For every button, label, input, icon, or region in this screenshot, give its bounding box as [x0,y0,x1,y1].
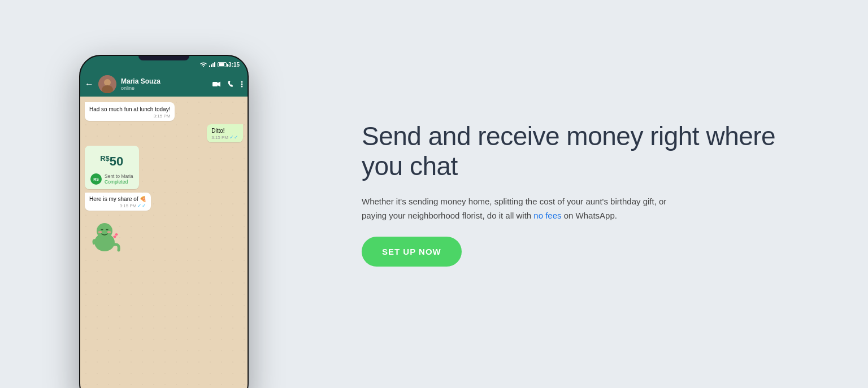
svg-point-14 [98,231,102,233]
back-arrow-icon[interactable]: ← [85,80,94,89]
svg-point-15 [107,231,111,233]
chat-body: Had so much fun at lunch today! 3:15 PM … [80,97,248,388]
svg-point-13 [97,223,112,239]
status-time: 3:15 [228,62,240,68]
currency-symbol: R$ [100,154,110,163]
phone-area: 3:15 ← Maria Souza online [0,0,328,388]
video-call-icon[interactable] [212,81,220,87]
received-message-1: Had so much fun at lunch today! 3:15 PM [85,102,175,121]
page-wrapper: 3:15 ← Maria Souza online [0,0,868,388]
payment-status: Completed [105,179,133,185]
message-time: 3:15 PM ✓✓ [89,203,146,208]
headline: Send and receive money right where you c… [362,121,823,181]
svg-point-10 [241,84,243,85]
wifi-icon [199,62,207,68]
svg-point-9 [241,81,243,83]
sent-message-1: Ditto! 3:15 PM ✓✓ [207,124,243,142]
set-up-now-button[interactable]: SET UP NOW [362,237,462,267]
battery-icon [218,62,227,67]
svg-point-11 [241,86,243,88]
payment-sender-avatar: RS [90,173,102,185]
chat-header: ← Maria Souza online [80,72,248,97]
svg-rect-2 [212,63,214,67]
svg-rect-7 [212,82,218,86]
header-icons [212,81,243,88]
message-text: Had so much fun at lunch today! [89,106,170,113]
payment-amount: R$50 [90,151,133,171]
contact-name: Maria Souza [121,77,208,85]
payment-bubble: R$50 RS Sent to Maria Completed [85,146,139,189]
status-right: 3:15 [199,62,240,68]
read-receipt-icon: ✓✓ [137,203,146,208]
svg-rect-1 [211,64,212,67]
dino-sticker-image [85,215,124,255]
message-text: Ditto! [211,128,238,134]
payment-details: Sent to Maria Completed [105,173,133,185]
payment-recipient: Sent to Maria [105,173,133,179]
sent-message-2: Here is my share of 🍕 3:15 PM ✓✓ [85,193,151,211]
svg-marker-8 [218,82,220,87]
no-fees-link[interactable]: no fees [533,211,561,220]
read-receipt-icon: ✓✓ [229,134,238,140]
contact-avatar [98,75,116,93]
contact-info: Maria Souza online [121,77,208,91]
message-time: 3:15 PM ✓✓ [211,134,238,140]
phone-call-icon[interactable] [227,81,234,88]
menu-dots-icon[interactable] [241,81,243,88]
content-area: Send and receive money right where you c… [328,88,868,300]
message-time: 3:15 PM [89,114,170,119]
svg-rect-3 [214,62,215,67]
contact-status: online [121,85,208,91]
svg-point-5 [104,79,111,86]
description: Whether it's sending money home, splitti… [362,195,667,223]
phone-notch [138,56,189,60]
svg-rect-0 [209,66,210,67]
sticker-dino [85,215,124,255]
description-text-2: on WhatsApp. [562,211,617,220]
signal-icon [209,62,216,67]
phone-mockup: 3:15 ← Maria Souza online [79,55,249,388]
message-text: Here is my share of 🍕 [89,196,146,202]
payment-info: RS Sent to Maria Completed [90,173,133,185]
description-text-1: Whether it's sending money home, splitti… [362,197,666,220]
